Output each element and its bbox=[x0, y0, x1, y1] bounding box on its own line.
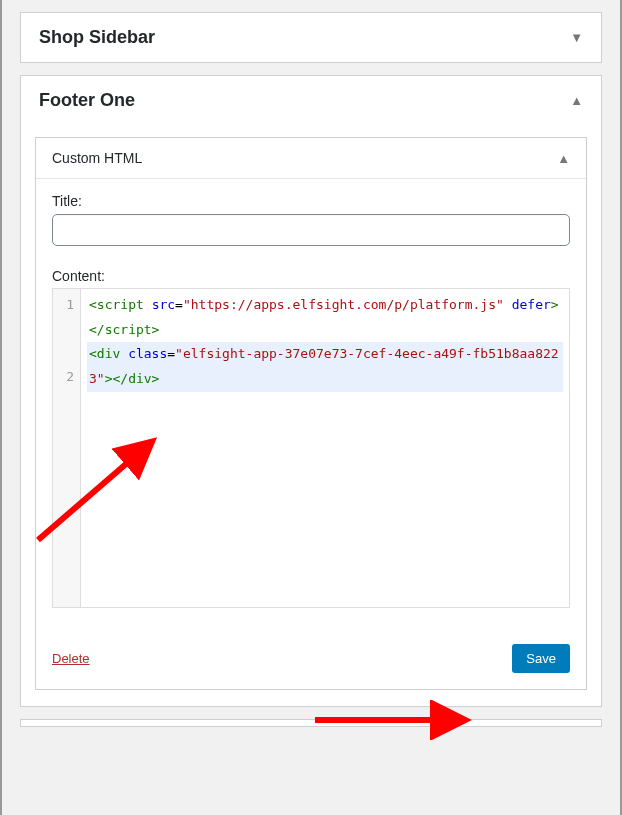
widget-name: Custom HTML bbox=[52, 150, 142, 166]
content-label: Content: bbox=[52, 268, 570, 284]
chevron-down-icon: ▼ bbox=[570, 30, 583, 45]
title-input[interactable] bbox=[52, 214, 570, 246]
chevron-up-icon: ▲ bbox=[557, 151, 570, 166]
area-title: Shop Sidebar bbox=[39, 27, 155, 48]
area-body-footer-one: Custom HTML ▲ Title: Content: 1 2 <scrip… bbox=[21, 125, 601, 706]
line-number: 1 bbox=[63, 293, 74, 365]
widget-form: Title: Content: 1 2 <script src="https:/… bbox=[36, 179, 586, 689]
save-button[interactable]: Save bbox=[512, 644, 570, 673]
code-line[interactable]: <div class="elfsight-app-37e07e73-7cef-4… bbox=[87, 342, 563, 391]
widget-header[interactable]: Custom HTML ▲ bbox=[36, 138, 586, 179]
area-header-footer-one[interactable]: Footer One ▲ bbox=[21, 76, 601, 125]
line-number: 2 bbox=[63, 365, 74, 390]
area-header-shop-sidebar[interactable]: Shop Sidebar ▼ bbox=[21, 13, 601, 62]
title-label: Title: bbox=[52, 193, 570, 209]
area-title: Footer One bbox=[39, 90, 135, 111]
widget-area-footer-one: Footer One ▲ Custom HTML ▲ Title: Conten… bbox=[20, 75, 602, 707]
chevron-up-icon: ▲ bbox=[570, 93, 583, 108]
line-gutter: 1 2 bbox=[53, 289, 81, 607]
code-line[interactable]: <script src="https://apps.elfsight.com/p… bbox=[87, 293, 563, 342]
content-code-editor[interactable]: 1 2 <script src="https://apps.elfsight.c… bbox=[52, 288, 570, 608]
code-content[interactable]: <script src="https://apps.elfsight.com/p… bbox=[81, 289, 569, 607]
delete-link[interactable]: Delete bbox=[52, 651, 90, 666]
widget-actions: Delete Save bbox=[52, 644, 570, 673]
widget-area-shop-sidebar: Shop Sidebar ▼ bbox=[20, 12, 602, 63]
widget-custom-html: Custom HTML ▲ Title: Content: 1 2 <scrip… bbox=[35, 137, 587, 690]
next-area-partial bbox=[20, 719, 602, 727]
